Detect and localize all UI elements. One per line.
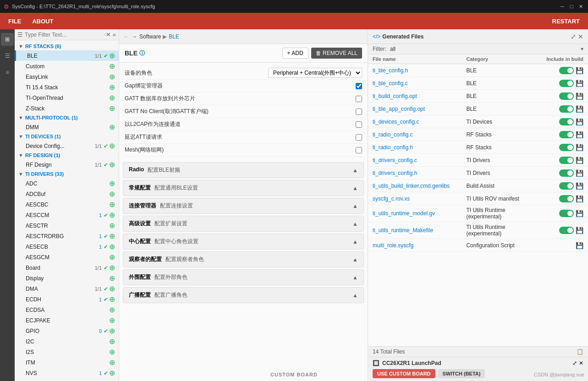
- toggle-ti-utils-linker[interactable]: [559, 182, 574, 190]
- aesccm-add-icon[interactable]: ⊕: [109, 211, 115, 219]
- tree-item-display[interactable]: Display ⊕: [15, 273, 119, 283]
- toggle-ti-utils-runtime-makefile[interactable]: [559, 227, 574, 234]
- file-name-ti-build-config-opt[interactable]: ti_build_config.opt: [373, 93, 466, 99]
- custom-add-icon[interactable]: ⊕: [109, 62, 115, 71]
- deviceconfig-add-icon[interactable]: ⊕: [109, 142, 115, 150]
- ble-add-icon[interactable]: ⊕: [109, 51, 115, 60]
- filter-dropdown-icon[interactable]: ▾: [581, 46, 583, 52]
- tree-item-board[interactable]: Board 1/1 ✔ ⊕: [15, 262, 119, 273]
- collapse-icon[interactable]: «: [113, 31, 116, 38]
- section-general-header[interactable]: 常规配置 配置通用BLE设置 ▲: [123, 180, 363, 196]
- file-name-ti-devices-config-c[interactable]: ti_devices_config.c: [373, 119, 466, 125]
- tree-item-aesecb[interactable]: AESECB 1 ✔ ⊕: [15, 241, 119, 252]
- about-menu[interactable]: ABOUT: [27, 16, 58, 27]
- adcbuf-add-icon[interactable]: ⊕: [109, 190, 115, 198]
- section-multiprotocol[interactable]: ▼ MULTI-PROTOCOL (1): [15, 114, 119, 122]
- section-advanced-header[interactable]: 高级设置 配置扩展设置 ▲: [123, 216, 363, 231]
- tree-item-aescbc[interactable]: AESCBC ⊕: [15, 199, 119, 210]
- tree-item-aesctr[interactable]: AESCTR ⊕: [15, 220, 119, 231]
- sidebar-icon-modules[interactable]: ⊞: [1, 33, 14, 46]
- gpio-add-icon[interactable]: ⊕: [109, 327, 115, 335]
- device-role-select[interactable]: Peripheral + Central(外围+中心): [268, 68, 362, 78]
- tree-item-itm[interactable]: ITM ⊕: [15, 357, 119, 368]
- save-ti-ble-app-config-opt[interactable]: 💾: [576, 105, 583, 113]
- save-ti-ble-config-c[interactable]: 💾: [576, 80, 583, 87]
- tree-item-aesccm[interactable]: AESCCM 1 ✔ ⊕: [15, 210, 119, 220]
- back-button[interactable]: ←: [123, 33, 129, 40]
- file-name-ti-radio-config-c[interactable]: ti_radio_config.c: [373, 131, 466, 138]
- file-name-multi-role-syscfg[interactable]: multi_role.syscfg: [373, 242, 466, 249]
- section-peripheral-header[interactable]: 外围配置 配置外部角色 ▲: [123, 270, 363, 285]
- save-ti-radio-config-h[interactable]: 💾: [576, 144, 583, 151]
- file-name-ti-radio-config-h[interactable]: ti_radio_config.h: [373, 144, 466, 151]
- att-delay-checkbox[interactable]: [356, 134, 362, 141]
- tree-item-dmm[interactable]: DMM ⊕: [15, 122, 119, 132]
- section-connection-header[interactable]: 连接管理器 配置连接设置 ▲: [123, 198, 363, 213]
- section-rf-stacks[interactable]: ▼ RF STACKS (6): [15, 42, 119, 50]
- easylink-add-icon[interactable]: ⊕: [109, 72, 115, 81]
- toggle-ti-utils-runtime-model-gv[interactable]: [559, 210, 574, 217]
- tree-item-adcbuf[interactable]: ADCBuf ⊕: [15, 189, 119, 199]
- section-rfdesign[interactable]: ▼ RF DESIGN (1): [15, 151, 119, 159]
- add-button[interactable]: + ADD: [282, 48, 308, 59]
- tree-item-i2s[interactable]: I2S ⊕: [15, 347, 119, 357]
- toggle-ti-drivers-config-h[interactable]: [559, 169, 574, 177]
- switch-beta-button[interactable]: SWITCH (BETA): [438, 369, 485, 378]
- expand-board-icon[interactable]: ⤢: [572, 360, 577, 366]
- aesecb-add-icon[interactable]: ⊕: [109, 242, 115, 251]
- tree-item-ecdh[interactable]: ECDH 1 ✔ ⊕: [15, 294, 119, 305]
- tree-item-gpio[interactable]: GPIO 0 ✔ ⊕: [15, 326, 119, 336]
- save-ti-utils-linker[interactable]: 💾: [576, 182, 583, 190]
- tree-item-adc[interactable]: ADC ⊕: [15, 178, 119, 189]
- save-ti-drivers-config-h[interactable]: 💾: [576, 169, 583, 177]
- tree-item-power[interactable]: Power 1/1 ✔ ⊕: [15, 378, 119, 381]
- tree-item-ti154stack[interactable]: TI 15.4 Stack ⊕: [15, 82, 119, 93]
- file-name-ti-utils-linker[interactable]: ti_utils_build_linker.cmd.genlibs: [373, 183, 466, 189]
- tree-item-ble[interactable]: BLE 1/1 ✔ ⊕: [15, 50, 119, 61]
- tree-item-rfdesign[interactable]: RF Design 1/1 ✔ ⊕: [15, 159, 119, 170]
- tree-item-i2c[interactable]: I2C ⊕: [15, 336, 119, 347]
- dma-add-icon[interactable]: ⊕: [109, 284, 115, 293]
- section-radio-header[interactable]: Radio 配置BLE射频 ▲: [123, 163, 363, 178]
- ecjpake-add-icon[interactable]: ⊕: [109, 316, 115, 325]
- tree-item-ecjpake[interactable]: ECJPAKE ⊕: [15, 315, 119, 326]
- file-name-ti-ble-app-config-opt[interactable]: ti_ble_app_config.opt: [373, 106, 466, 112]
- maximize-button[interactable]: □: [568, 3, 575, 10]
- save-ti-utils-runtime-model-gv[interactable]: 💾: [576, 210, 583, 217]
- tree-item-deviceconfig[interactable]: Device Config... 1/1 ✔ ⊕: [15, 141, 119, 151]
- save-ti-ble-config-h[interactable]: 💾: [576, 67, 583, 74]
- file-name-ti-utils-runtime-model-gv[interactable]: ti_utils_runtime_model.gv: [373, 210, 466, 217]
- board-add-icon[interactable]: ⊕: [109, 263, 115, 272]
- clear-filter-icon[interactable]: ✕: [106, 31, 111, 38]
- tree-item-ecdsa[interactable]: ECDSA ⊕: [15, 305, 119, 315]
- dmm-add-icon[interactable]: ⊕: [109, 123, 115, 131]
- close-button[interactable]: ✕: [577, 3, 584, 10]
- toggle-ti-devices-config-c[interactable]: [559, 118, 574, 125]
- save-ti-drivers-config-c[interactable]: 💾: [576, 157, 583, 164]
- close-gen-files-icon[interactable]: ✕: [578, 33, 583, 40]
- save-multi-role-syscfg[interactable]: 💾: [576, 242, 583, 249]
- breadcrumb-software[interactable]: Software: [139, 33, 161, 40]
- nvs-add-icon[interactable]: ⊕: [109, 369, 115, 377]
- file-name-ti-utils-runtime-makefile[interactable]: ti_utils_runtime_Makefile: [373, 227, 466, 234]
- sidebar-icon-components[interactable]: ☰: [1, 49, 14, 62]
- file-name-ti-drivers-config-h[interactable]: ti_drivers_config.h: [373, 170, 466, 176]
- section-tidrivers[interactable]: ▼ TI DRIVERS (33): [15, 170, 119, 178]
- file-name-ti-ble-config-h[interactable]: ti_ble_config.h: [373, 67, 466, 74]
- expand-icon[interactable]: ⤢: [571, 33, 576, 40]
- save-syscfg-rov-xs[interactable]: 💾: [576, 195, 583, 202]
- display-add-icon[interactable]: ⊕: [109, 274, 115, 283]
- power-add-icon[interactable]: ⊕: [109, 379, 115, 381]
- aesctr-add-icon[interactable]: ⊕: [109, 221, 115, 230]
- forward-button[interactable]: →: [131, 33, 137, 40]
- tiopenthread-add-icon[interactable]: ⊕: [109, 93, 115, 102]
- ti154-add-icon[interactable]: ⊕: [109, 83, 115, 92]
- toggle-syscfg-rov-xs[interactable]: [559, 195, 574, 202]
- export-icon[interactable]: 📋: [577, 348, 583, 355]
- use-custom-board-button[interactable]: USE CUSTOM BOARD: [373, 369, 435, 378]
- tree-item-aesgcm[interactable]: AESGCM ⊕: [15, 252, 119, 262]
- zstack-add-icon[interactable]: ⊕: [109, 104, 115, 113]
- tree-item-dma[interactable]: DMA 1/1 ✔ ⊕: [15, 283, 119, 294]
- ecdh-add-icon[interactable]: ⊕: [109, 295, 115, 304]
- toggle-ti-drivers-config-c[interactable]: [559, 157, 574, 164]
